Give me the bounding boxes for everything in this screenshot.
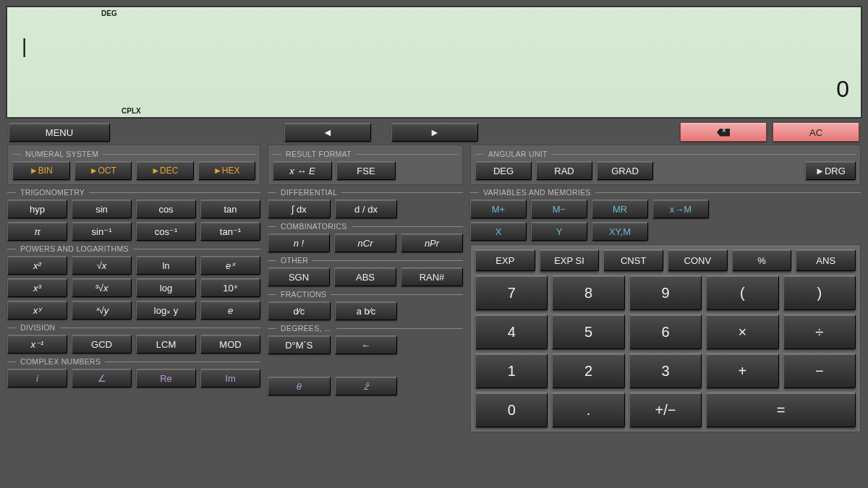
digit-5[interactable]: 5 — [552, 314, 624, 349]
tan-button[interactable]: tan — [200, 200, 260, 218]
acos-button[interactable]: cos⁻¹ — [136, 222, 196, 241]
minus-button[interactable]: − — [783, 354, 856, 388]
bin-button[interactable]: ►BIN — [12, 161, 70, 180]
integral-button[interactable]: ∫ dx — [268, 200, 331, 218]
display-result: 0 — [836, 76, 849, 103]
decimal-button[interactable]: . — [552, 393, 624, 427]
digit-9[interactable]: 9 — [629, 275, 702, 310]
backspace-button[interactable] — [680, 123, 767, 142]
sgn-button[interactable]: SGN — [268, 267, 330, 286]
resultformat-title: RESULT FORMAT — [286, 150, 352, 158]
dms-button[interactable]: D°M´S — [268, 335, 331, 354]
xy-button[interactable]: xʸ — [7, 301, 67, 320]
cursor-left-button[interactable]: ◄ — [284, 123, 371, 142]
asin-button[interactable]: sin⁻¹ — [72, 222, 132, 241]
digit-3[interactable]: 3 — [629, 354, 702, 388]
exp-button[interactable]: EXP — [475, 249, 535, 271]
numeral-title: NUMERAL SYSTEM — [25, 150, 98, 158]
gcd-button[interactable]: GCD — [72, 335, 132, 354]
grad-button[interactable]: GRAD — [597, 161, 653, 180]
xinv-button[interactable]: x⁻¹ — [7, 335, 67, 354]
digit-1[interactable]: 1 — [475, 354, 548, 388]
digit-4[interactable]: 4 — [475, 314, 548, 349]
menu-button[interactable]: MENU — [9, 123, 110, 142]
mod-button[interactable]: MOD — [200, 335, 260, 354]
theta-button[interactable]: θ — [268, 377, 331, 395]
plus-button[interactable]: + — [706, 354, 778, 388]
powlog-title: POWERS AND LOGARITHMS — [20, 244, 129, 253]
rad-button[interactable]: RAD — [536, 161, 592, 180]
digit-0[interactable]: 0 — [475, 393, 548, 427]
cnst-button[interactable]: CNST — [603, 249, 663, 271]
log-button[interactable]: log — [136, 278, 196, 297]
ran-button[interactable]: RAN# — [401, 267, 463, 286]
cursor-right-button[interactable]: ► — [391, 123, 478, 142]
fse-button[interactable]: FSE — [336, 161, 396, 180]
i-button[interactable]: i — [7, 369, 67, 388]
zbar-button[interactable]: z̄ — [335, 377, 398, 395]
xe-button[interactable]: x ↔ E — [273, 161, 332, 180]
backspace-icon — [717, 129, 730, 137]
digit-7[interactable]: 7 — [475, 275, 548, 310]
back-button[interactable]: ← — [335, 335, 398, 354]
angle-button[interactable]: ∠ — [72, 369, 132, 388]
ln-button[interactable]: ln — [136, 256, 196, 275]
divide-button[interactable]: ÷ — [783, 314, 856, 349]
deg-button[interactable]: DEG — [475, 161, 532, 180]
fact-button[interactable]: n ! — [268, 234, 330, 252]
input-cursor[interactable]: | — [22, 35, 27, 58]
digit-8[interactable]: 8 — [552, 275, 624, 310]
ddx-button[interactable]: d / dx — [335, 200, 398, 218]
mplus-button[interactable]: M+ — [470, 200, 527, 218]
angular-title: ANGULAR UNIT — [488, 150, 548, 158]
mminus-button[interactable]: M− — [531, 200, 587, 218]
xroot-button[interactable]: ˣ√y — [72, 301, 132, 320]
mem-title: VARIABLES AND MEMORIES — [483, 188, 591, 197]
digit-6[interactable]: 6 — [629, 314, 702, 349]
mr-button[interactable]: MR — [592, 200, 648, 218]
percent-button[interactable]: % — [732, 249, 792, 271]
division-title: DIVISION — [20, 323, 56, 332]
sqrt-button[interactable]: √x — [72, 256, 132, 275]
x3-button[interactable]: x³ — [7, 278, 67, 297]
abs-button[interactable]: ABS — [334, 267, 396, 286]
ans-button[interactable]: ANS — [796, 249, 856, 271]
pi-button[interactable]: π — [7, 222, 67, 241]
expsi-button[interactable]: EXP SI — [540, 249, 600, 271]
indicator-cplx: CPLX — [122, 107, 141, 115]
digit-2[interactable]: 2 — [552, 354, 624, 388]
drg-button[interactable]: ►DRG — [805, 161, 856, 180]
equals-button[interactable]: = — [706, 393, 856, 427]
indicator-deg: DEG — [101, 9, 117, 17]
cbrt-button[interactable]: ³√x — [72, 278, 132, 297]
re-button[interactable]: Re — [136, 369, 196, 388]
hyp-button[interactable]: hyp — [7, 200, 67, 218]
npr-button[interactable]: nPr — [401, 234, 463, 252]
varx-button[interactable]: X — [470, 222, 527, 241]
plusminus-button[interactable]: +/− — [629, 393, 702, 427]
ac-button[interactable]: AC — [773, 123, 859, 142]
conv-button[interactable]: CONV — [668, 249, 728, 271]
oct-button[interactable]: ►OCT — [75, 161, 132, 180]
abc-button[interactable]: a b⁄c — [335, 301, 398, 320]
xtom-button[interactable]: x→M — [652, 200, 709, 218]
xym-button[interactable]: XY,M — [592, 222, 648, 241]
e-button[interactable]: e — [200, 301, 260, 320]
ex-button[interactable]: eˣ — [200, 256, 260, 275]
rparen-button[interactable]: ) — [783, 275, 856, 310]
hex-button[interactable]: ►HEX — [198, 161, 256, 180]
lcm-button[interactable]: LCM — [136, 335, 196, 354]
x2-button[interactable]: x² — [7, 256, 67, 275]
atan-button[interactable]: tan⁻¹ — [200, 222, 260, 241]
dec-button[interactable]: ►DEC — [136, 161, 194, 180]
lparen-button[interactable]: ( — [706, 275, 778, 310]
tenx-button[interactable]: 10ˣ — [200, 278, 260, 297]
vary-button[interactable]: Y — [531, 222, 587, 241]
sin-button[interactable]: sin — [72, 200, 132, 218]
multiply-button[interactable]: × — [706, 314, 778, 349]
im-button[interactable]: Im — [200, 369, 260, 388]
cos-button[interactable]: cos — [136, 200, 196, 218]
ncr-button[interactable]: nCr — [334, 234, 396, 252]
logxy-button[interactable]: logₓ y — [136, 301, 196, 320]
dc-button[interactable]: d⁄c — [268, 301, 331, 320]
